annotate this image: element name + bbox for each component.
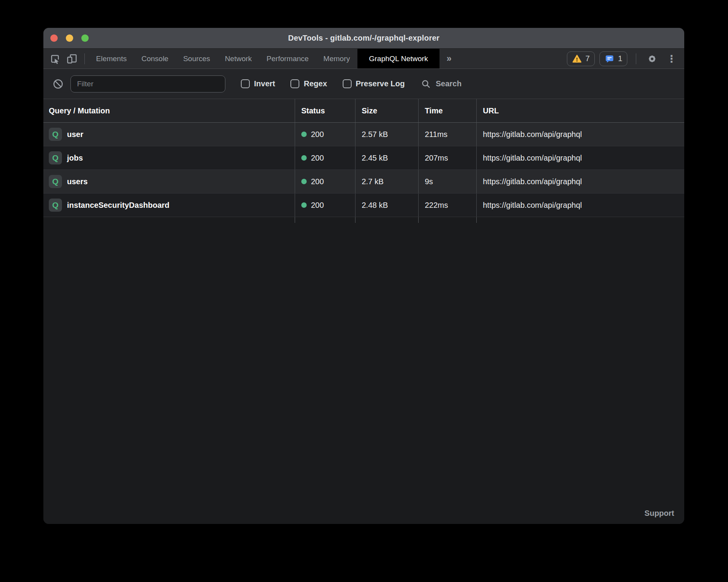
column-header-time[interactable]: Time	[418, 99, 476, 122]
warning-triangle-icon	[572, 54, 582, 64]
warnings-badge[interactable]: 7	[567, 51, 595, 66]
status-code: 200	[311, 177, 324, 186]
clear-block-icon[interactable]	[50, 78, 66, 90]
query-type-badge: Q	[49, 128, 62, 141]
response-size: 2.48 kB	[355, 193, 418, 217]
column-header-query[interactable]: Query / Mutation	[43, 99, 295, 122]
response-time: 211ms	[418, 123, 476, 146]
tab-graphql-network[interactable]: GraphQL Network	[357, 49, 440, 68]
preserve-log-label: Preserve Log	[356, 79, 405, 88]
query-name: instanceSecurityDashboard	[67, 201, 170, 210]
query-type-badge: Q	[49, 199, 62, 212]
window-titlebar: DevTools - gitlab.com/-/graphql-explorer	[43, 28, 684, 49]
column-separator-stubs	[43, 217, 684, 223]
query-name: users	[67, 177, 88, 186]
devtools-window: DevTools - gitlab.com/-/graphql-explorer…	[43, 28, 684, 524]
filter-bar: Invert Regex Preserve Log Search	[43, 69, 684, 99]
regex-checkbox[interactable]: Regex	[290, 79, 327, 88]
search-icon	[421, 79, 431, 89]
support-link[interactable]: Support	[644, 509, 674, 518]
table-header: Query / Mutation Status Size Time URL	[43, 99, 684, 123]
table-row[interactable]: Q jobs 200 2.45 kB 207ms https://gitlab.…	[43, 146, 684, 170]
device-toolbar-icon[interactable]	[64, 49, 81, 68]
invert-checkbox-box[interactable]	[241, 79, 250, 88]
issue-count: 1	[618, 54, 622, 63]
preserve-log-checkbox[interactable]: Preserve Log	[343, 79, 405, 88]
minimize-window-button[interactable]	[66, 34, 73, 42]
tab-performance[interactable]: Performance	[259, 49, 316, 68]
response-size: 2.57 kB	[355, 123, 418, 146]
tab-elements[interactable]: Elements	[89, 49, 134, 68]
table-empty-area: Support	[43, 223, 684, 524]
response-time: 207ms	[418, 146, 476, 169]
panel-tabs: Elements Console Sources Network Perform…	[89, 49, 458, 68]
close-window-button[interactable]	[50, 34, 58, 42]
response-size: 2.45 kB	[355, 146, 418, 169]
table-row[interactable]: Q users 200 2.7 kB 9s https://gitlab.com…	[43, 170, 684, 193]
message-bubble-icon	[604, 54, 615, 64]
window-title: DevTools - gitlab.com/-/graphql-explorer	[288, 34, 440, 43]
response-time: 222ms	[418, 193, 476, 217]
status-ok-dot	[301, 179, 307, 184]
status-ok-dot	[301, 132, 307, 137]
issues-badge[interactable]: 1	[599, 51, 627, 66]
warning-count: 7	[585, 54, 590, 63]
table-row[interactable]: Q instanceSecurityDashboard 200 2.48 kB …	[43, 193, 684, 217]
request-url: https://gitlab.com/api/graphql	[476, 146, 684, 169]
preserve-log-checkbox-box[interactable]	[343, 79, 352, 88]
tab-memory[interactable]: Memory	[316, 49, 357, 68]
tab-network[interactable]: Network	[218, 49, 259, 68]
fullscreen-window-button[interactable]	[81, 34, 89, 42]
tab-sources[interactable]: Sources	[176, 49, 218, 68]
status-code: 200	[311, 201, 324, 210]
tab-console[interactable]: Console	[134, 49, 176, 68]
toolbar-divider	[636, 53, 636, 64]
toolbar-right-cluster: 7 1	[567, 49, 684, 68]
request-url: https://gitlab.com/api/graphql	[476, 193, 684, 217]
search-label: Search	[436, 79, 462, 88]
query-type-badge: Q	[49, 151, 62, 164]
query-name: user	[67, 130, 83, 139]
query-type-badge: Q	[49, 175, 62, 188]
status-ok-dot	[301, 202, 307, 208]
inspect-element-icon[interactable]	[46, 49, 64, 68]
settings-gear-icon[interactable]	[645, 51, 659, 66]
status-code: 200	[311, 130, 324, 139]
regex-checkbox-box[interactable]	[290, 79, 299, 88]
column-header-size[interactable]: Size	[355, 99, 418, 122]
query-name: jobs	[67, 154, 83, 163]
status-code: 200	[311, 154, 324, 163]
request-url: https://gitlab.com/api/graphql	[476, 170, 684, 193]
column-header-status[interactable]: Status	[295, 99, 355, 122]
more-options-icon[interactable]: ⋮	[664, 51, 679, 66]
devtools-toolbar: Elements Console Sources Network Perform…	[43, 49, 684, 69]
invert-checkbox[interactable]: Invert	[241, 79, 275, 88]
request-url: https://gitlab.com/api/graphql	[476, 123, 684, 146]
table-row[interactable]: Q user 200 2.57 kB 211ms https://gitlab.…	[43, 123, 684, 146]
search-button[interactable]: Search	[421, 79, 462, 89]
filter-input[interactable]	[70, 75, 225, 92]
regex-label: Regex	[304, 79, 327, 88]
status-ok-dot	[301, 155, 307, 161]
response-size: 2.7 kB	[355, 170, 418, 193]
traffic-lights	[50, 28, 89, 48]
response-time: 9s	[418, 170, 476, 193]
invert-label: Invert	[254, 79, 275, 88]
toolbar-divider	[84, 53, 85, 64]
more-tabs-icon[interactable]: »	[440, 49, 458, 68]
column-header-url[interactable]: URL	[476, 99, 684, 122]
